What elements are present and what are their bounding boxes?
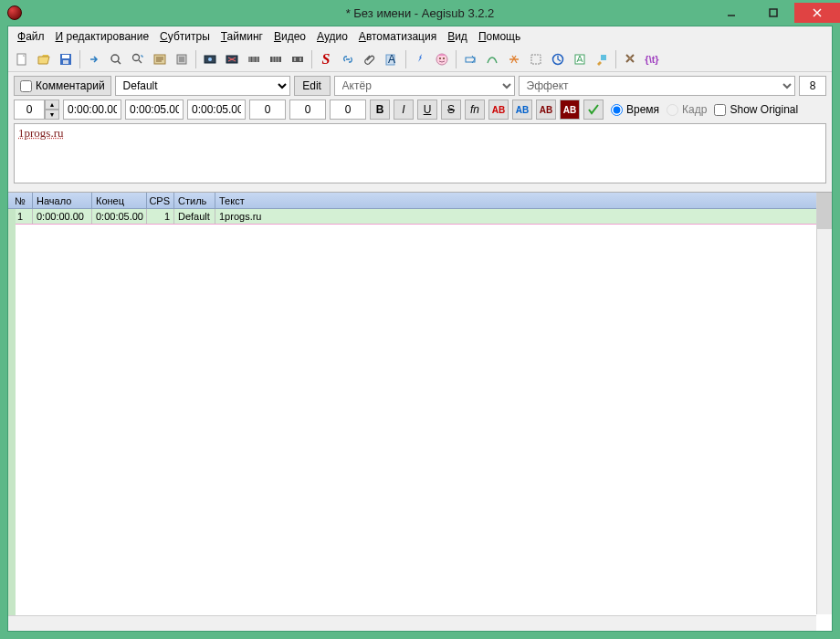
layer-down-button[interactable]: ▼: [45, 110, 59, 120]
cell-style: Default: [174, 209, 215, 224]
underline-button[interactable]: U: [417, 100, 437, 120]
style-select[interactable]: Default: [115, 76, 290, 96]
show-original-check[interactable]: Show Original: [714, 103, 798, 116]
effect-input[interactable]: Эффект: [519, 76, 795, 96]
start-time-input[interactable]: [63, 100, 121, 120]
layer-input[interactable]: [14, 100, 45, 120]
vertical-scrollbar[interactable]: [816, 193, 832, 614]
properties-icon[interactable]: [150, 49, 170, 69]
subtitle-text-wrap: 1progs.ru: [14, 123, 826, 186]
link-icon[interactable]: [338, 49, 358, 69]
time-mode-radio[interactable]: Время: [611, 103, 659, 116]
svg-rect-40: [531, 55, 541, 64]
col-text[interactable]: Текст: [215, 193, 832, 208]
cell-cps: 1: [147, 209, 174, 224]
new-file-icon[interactable]: [12, 49, 32, 69]
search-replace-icon[interactable]: [128, 49, 148, 69]
timeline-icon-3[interactable]: [288, 49, 308, 69]
shadow-color-button[interactable]: AB: [560, 100, 580, 120]
video-open-icon[interactable]: [200, 49, 220, 69]
comment-checkbox[interactable]: [20, 80, 32, 92]
save-file-icon[interactable]: [56, 49, 76, 69]
grid-row[interactable]: 1 0:00:00.00 0:00:05.00 1 Default 1progs…: [8, 209, 832, 225]
col-end[interactable]: Конец: [92, 193, 147, 208]
attachment-clip-icon[interactable]: [360, 49, 380, 69]
shift-times-icon[interactable]: [460, 49, 480, 69]
search-icon[interactable]: [106, 49, 126, 69]
timeline-icon-1[interactable]: [244, 49, 264, 69]
italic-button[interactable]: I: [394, 100, 414, 120]
timeline-icon-2[interactable]: [266, 49, 286, 69]
menu-help[interactable]: Помощь: [473, 28, 526, 45]
close-button[interactable]: [794, 3, 840, 23]
outline-color-button[interactable]: AB: [536, 100, 556, 120]
time-radio[interactable]: [611, 104, 623, 116]
horizontal-scrollbar[interactable]: [8, 615, 816, 631]
duration-input[interactable]: [187, 100, 246, 120]
fonts-collector-icon[interactable]: A: [382, 49, 402, 69]
comment-checkbox-wrap[interactable]: Комментарий: [14, 76, 111, 96]
col-start[interactable]: Начало: [33, 193, 92, 208]
minimize-button[interactable]: [710, 3, 752, 23]
resample-icon[interactable]: [526, 49, 546, 69]
arrow-right-icon[interactable]: [84, 49, 104, 69]
show-original-checkbox[interactable]: [714, 104, 726, 116]
svg-point-19: [208, 58, 212, 61]
menu-edit[interactable]: И редактирование: [50, 28, 155, 45]
svg-point-46: [628, 57, 632, 60]
menu-subtitles[interactable]: Субтитры: [154, 28, 215, 45]
svg-point-37: [439, 58, 441, 59]
svg-point-38: [443, 58, 445, 59]
maximize-button[interactable]: [752, 3, 794, 23]
menu-file[interactable]: Файл: [12, 28, 50, 45]
margin-right-input[interactable]: [289, 100, 326, 120]
menubar: ФайлИ редактированиеСубтитрыТаймингВидео…: [8, 26, 832, 47]
strikeout-button[interactable]: S: [441, 100, 461, 120]
svg-rect-17: [179, 57, 184, 62]
timing-postprocessor-icon[interactable]: [482, 49, 502, 69]
svg-rect-31: [292, 57, 303, 62]
margin-vertical-input[interactable]: [330, 100, 366, 120]
automation-icon[interactable]: [410, 49, 430, 69]
assistant-icon[interactable]: [432, 49, 452, 69]
svg-rect-26: [256, 57, 258, 62]
col-style[interactable]: Стиль: [174, 193, 215, 208]
toolbar-separator: [311, 50, 312, 68]
layer-up-button[interactable]: ▲: [45, 100, 59, 110]
cell-start: 0:00:00.00: [33, 209, 92, 224]
video-close-icon[interactable]: [222, 49, 242, 69]
svg-point-10: [133, 54, 140, 60]
font-name-button[interactable]: fn: [465, 100, 485, 120]
styles-manager-icon[interactable]: S: [316, 49, 336, 69]
translation-assistant-icon[interactable]: [570, 49, 590, 69]
styling-assistant-icon[interactable]: [592, 49, 612, 69]
attachments-icon[interactable]: [172, 49, 192, 69]
toolbar-separator: [195, 50, 196, 68]
secondary-color-button[interactable]: AB: [512, 100, 532, 120]
subtitle-text-input[interactable]: 1progs.ru: [14, 123, 826, 183]
options-icon[interactable]: [620, 49, 640, 69]
cycle-tag-icon[interactable]: {\t}: [642, 49, 662, 69]
kanji-timer-icon[interactable]: [504, 49, 524, 69]
primary-color-button[interactable]: AB: [488, 100, 509, 120]
col-num[interactable]: №: [8, 193, 33, 208]
bold-button[interactable]: B: [370, 100, 390, 120]
menu-audio[interactable]: Аудио: [311, 28, 353, 45]
scrollbar-thumb[interactable]: [817, 193, 832, 229]
spellcheck-icon[interactable]: [548, 49, 568, 69]
menu-video[interactable]: Видео: [268, 28, 311, 45]
open-file-icon[interactable]: [34, 49, 54, 69]
col-cps[interactable]: CPS: [147, 193, 174, 208]
svg-rect-32: [294, 58, 296, 61]
menu-view[interactable]: Вид: [442, 28, 473, 45]
frame-mode-radio[interactable]: Кадр: [667, 103, 707, 116]
edit-style-button[interactable]: Edit: [294, 76, 331, 96]
commit-button[interactable]: [583, 100, 604, 120]
menu-timing[interactable]: Тайминг: [215, 28, 268, 45]
end-time-input[interactable]: [125, 100, 184, 120]
subtitle-grid: № Начало Конец CPS Стиль Текст 1 0:00:00…: [8, 192, 832, 631]
actor-input[interactable]: Актёр: [334, 76, 515, 96]
svg-rect-7: [63, 60, 68, 64]
menu-automation[interactable]: Автоматизация: [353, 28, 442, 45]
margin-left-input[interactable]: [249, 100, 286, 120]
